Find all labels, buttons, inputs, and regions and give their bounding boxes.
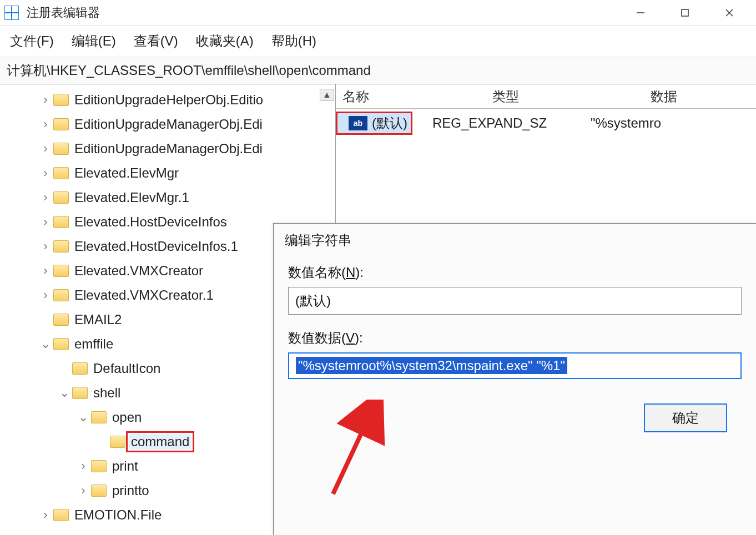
window-controls bbox=[618, 0, 752, 26]
folder-icon bbox=[53, 167, 69, 179]
menu-favorites[interactable]: 收藏夹(A) bbox=[196, 32, 254, 50]
folder-icon bbox=[72, 362, 88, 375]
tree-label: Elevated.HostDeviceInfos.1 bbox=[72, 239, 240, 254]
tree-item-editionupgrademanagerobj-edi[interactable]: EditionUpgradeManagerObj.Edi bbox=[0, 137, 335, 161]
maximize-button[interactable] bbox=[663, 0, 707, 26]
expander-icon[interactable] bbox=[38, 239, 53, 254]
window-title: 注册表编辑器 bbox=[27, 4, 100, 21]
tree-item-elevated-elevmgr-1[interactable]: Elevated.ElevMgr.1 bbox=[0, 185, 335, 210]
tree-label: EditionUpgradeManagerObj.Edi bbox=[72, 141, 265, 157]
tree-label: EMOTION.File bbox=[72, 507, 164, 523]
folder-icon bbox=[53, 143, 69, 155]
app-icon bbox=[4, 6, 19, 20]
folder-icon bbox=[53, 509, 69, 521]
folder-icon bbox=[91, 411, 107, 423]
expander-icon[interactable] bbox=[57, 386, 72, 400]
expander-icon[interactable] bbox=[38, 337, 53, 351]
tree-label: shell bbox=[91, 385, 123, 401]
tree-item-elevated-elevmgr[interactable]: Elevated.ElevMgr bbox=[0, 161, 335, 185]
value-name: (默认) bbox=[372, 114, 407, 132]
menu-view[interactable]: 查看(V) bbox=[134, 32, 178, 50]
title-bar: 注册表编辑器 bbox=[0, 0, 756, 26]
expander-icon[interactable] bbox=[38, 215, 53, 229]
expander-icon[interactable] bbox=[38, 117, 53, 132]
folder-icon bbox=[53, 240, 69, 253]
tree-label: printto bbox=[110, 483, 152, 498]
value-name-label: 数值名称(N): bbox=[288, 264, 742, 281]
menu-file[interactable]: 文件(F) bbox=[10, 32, 54, 50]
expander-icon[interactable] bbox=[75, 483, 91, 498]
value-name-input[interactable]: (默认) bbox=[288, 287, 742, 315]
tree-label: Elevated.VMXCreator.1 bbox=[72, 287, 216, 303]
folder-icon bbox=[53, 289, 69, 301]
folder-icon bbox=[91, 460, 107, 472]
folder-icon bbox=[91, 484, 107, 497]
tree-item-editionupgrademanagerobj-edi[interactable]: EditionUpgradeManagerObj.Edi bbox=[0, 112, 335, 137]
tree-label: Elevated.VMXCreator bbox=[72, 263, 205, 279]
folder-icon bbox=[53, 265, 69, 277]
ok-button[interactable]: 确定 bbox=[644, 403, 727, 432]
tree-label: Elevated.ElevMgr bbox=[72, 165, 181, 181]
close-button[interactable] bbox=[707, 0, 752, 26]
col-type[interactable]: 类型 bbox=[486, 88, 644, 105]
tree-label: EditionUpgradeHelperObj.Editio bbox=[72, 92, 265, 108]
tree-label: DefaultIcon bbox=[91, 361, 163, 376]
value-type: REG_EXPAND_SZ bbox=[432, 115, 591, 131]
folder-icon bbox=[53, 314, 69, 326]
tree-label: open bbox=[110, 410, 144, 425]
tree-label: Elevated.HostDeviceInfos bbox=[72, 214, 229, 230]
expander-icon[interactable] bbox=[75, 410, 91, 425]
expander-icon[interactable] bbox=[38, 264, 53, 278]
expander-icon[interactable] bbox=[38, 166, 53, 180]
tree-item-editionupgradehelperobj-editio[interactable]: EditionUpgradeHelperObj.Editio bbox=[0, 88, 335, 112]
col-data[interactable]: 数据 bbox=[644, 88, 756, 105]
expander-icon[interactable] bbox=[38, 142, 53, 156]
expander-icon[interactable] bbox=[38, 288, 53, 302]
col-name[interactable]: 名称 bbox=[336, 88, 486, 105]
folder-icon bbox=[53, 94, 69, 106]
value-data-input[interactable]: "%systemroot%\system32\mspaint.exe" "%1" bbox=[288, 352, 742, 379]
edit-string-dialog: 编辑字符串 数值名称(N): (默认) 数值数据(V): "%systemroo… bbox=[273, 223, 756, 535]
list-header: 名称 类型 数据 bbox=[336, 84, 756, 109]
minimize-button[interactable] bbox=[618, 0, 663, 26]
folder-icon bbox=[110, 436, 125, 448]
list-row-default[interactable]: ab (默认) REG_EXPAND_SZ "%systemro bbox=[336, 109, 756, 138]
value-data-label: 数值数据(V): bbox=[288, 329, 742, 347]
folder-icon bbox=[53, 216, 69, 228]
folder-icon bbox=[72, 387, 88, 399]
value-name-highlight: ab (默认) bbox=[336, 112, 412, 135]
menu-bar: 文件(F) 编辑(E) 查看(V) 收藏夹(A) 帮助(H) bbox=[0, 26, 756, 57]
menu-edit[interactable]: 编辑(E) bbox=[72, 32, 116, 50]
svg-rect-1 bbox=[682, 9, 688, 16]
folder-icon bbox=[53, 338, 69, 350]
expander-icon[interactable] bbox=[38, 190, 53, 205]
dialog-title: 编辑字符串 bbox=[274, 224, 756, 264]
expander-icon[interactable] bbox=[38, 508, 53, 522]
expander-icon[interactable] bbox=[75, 459, 91, 473]
tree-label: command bbox=[129, 434, 191, 450]
expander-icon[interactable] bbox=[38, 93, 53, 107]
value-data: "%systemro bbox=[591, 115, 756, 131]
scroll-up-button[interactable]: ▲ bbox=[320, 89, 334, 101]
tree-label: emffile bbox=[72, 336, 115, 352]
string-value-icon: ab bbox=[349, 116, 367, 130]
menu-help[interactable]: 帮助(H) bbox=[271, 32, 316, 50]
tree-label: EditionUpgradeManagerObj.Edi bbox=[72, 117, 265, 132]
tree-label: Elevated.ElevMgr.1 bbox=[72, 190, 191, 205]
tree-label: print bbox=[110, 458, 140, 474]
tree-label: EMAIL2 bbox=[72, 312, 124, 327]
folder-icon bbox=[53, 118, 69, 130]
folder-icon bbox=[53, 191, 69, 204]
address-bar[interactable]: 计算机\HKEY_CLASSES_ROOT\emffile\shell\open… bbox=[0, 57, 756, 84]
